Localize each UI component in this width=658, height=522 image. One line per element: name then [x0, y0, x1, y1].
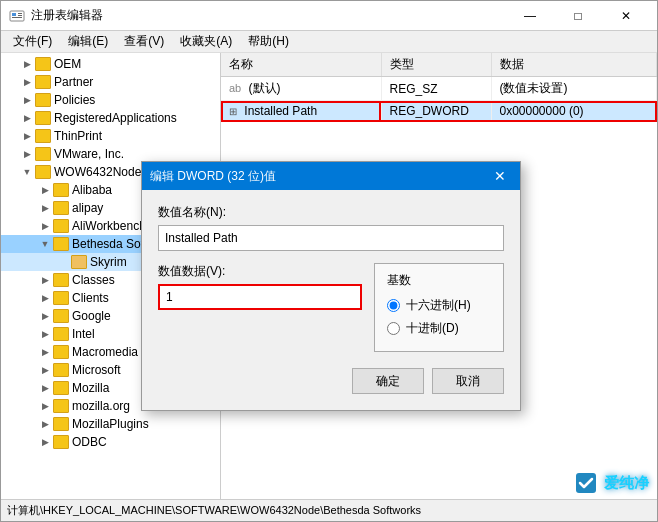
tree-label: WOW6432Node	[54, 165, 141, 179]
reg-name-cell: ⊞ Installed Path	[221, 101, 381, 122]
folder-icon	[35, 75, 51, 89]
folder-icon	[35, 129, 51, 143]
arrow-icon: ▶	[37, 347, 53, 357]
reg-data-cell: (数值未设置)	[491, 77, 657, 101]
menu-bar: 文件(F) 编辑(E) 查看(V) 收藏夹(A) 帮助(H)	[1, 31, 657, 53]
dec-radio-row[interactable]: 十进制(D)	[387, 320, 491, 337]
tree-item-thinprint[interactable]: ▶ ThinPrint	[1, 127, 220, 145]
name-field-label: 数值名称(N):	[158, 204, 504, 221]
table-row[interactable]: ab (默认) REG_SZ (数值未设置)	[221, 77, 657, 101]
menu-edit[interactable]: 编辑(E)	[60, 31, 116, 52]
svg-rect-1	[12, 13, 16, 16]
watermark-text: 爱纯净	[604, 474, 649, 493]
tree-item-regapps[interactable]: ▶ RegisteredApplications	[1, 109, 220, 127]
tree-item-oem[interactable]: ▶ OEM	[1, 55, 220, 73]
tree-label: Alibaba	[72, 183, 112, 197]
arrow-icon: ▶	[19, 113, 35, 123]
watermark: 爱纯净	[572, 469, 649, 497]
folder-icon	[53, 381, 69, 395]
folder-open-icon	[53, 237, 69, 251]
hex-radio[interactable]	[387, 299, 400, 312]
registry-table: 名称 类型 数据 ab (默认) REG_SZ (数值未设置)	[221, 53, 657, 122]
folder-icon	[53, 273, 69, 287]
tree-label: ODBC	[72, 435, 107, 449]
ab-icon: ab	[229, 82, 241, 94]
tree-item-mozillaplugins[interactable]: ▶ MozillaPlugins	[1, 415, 220, 433]
tree-item-policies[interactable]: ▶ Policies	[1, 91, 220, 109]
reg-data-cell: 0x00000000 (0)	[491, 101, 657, 122]
menu-view[interactable]: 查看(V)	[116, 31, 172, 52]
cancel-button[interactable]: 取消	[432, 368, 504, 394]
value-data-input[interactable]	[158, 284, 362, 310]
minimize-button[interactable]: —	[507, 1, 553, 31]
tree-label: Microsoft	[72, 363, 121, 377]
tree-item-odbc[interactable]: ▶ ODBC	[1, 433, 220, 451]
value-data-section: 数值数据(V):	[158, 263, 362, 310]
tree-label: VMware, Inc.	[54, 147, 124, 161]
arrow-icon: ▶	[37, 203, 53, 213]
status-bar: 计算机\HKEY_LOCAL_MACHINE\SOFTWARE\WOW6432N…	[1, 499, 657, 521]
dialog-close-button[interactable]: ✕	[488, 165, 512, 187]
reg-name-cell: ab (默认)	[221, 77, 381, 101]
tree-label: Intel	[72, 327, 95, 341]
menu-file[interactable]: 文件(F)	[5, 31, 60, 52]
folder-icon	[53, 363, 69, 377]
arrow-icon: ▶	[37, 383, 53, 393]
dialog-body: 数值名称(N): 数值数据(V): 基数 十六进制(H)	[142, 190, 520, 410]
close-button[interactable]: ✕	[603, 1, 649, 31]
arrow-icon: ▶	[37, 185, 53, 195]
dialog-title-text: 编辑 DWORD (32 位)值	[150, 168, 276, 185]
table-row[interactable]: ⊞ Installed Path REG_DWORD 0x00000000 (0…	[221, 101, 657, 122]
col-name-header: 名称	[221, 53, 381, 77]
dec-radio[interactable]	[387, 322, 400, 335]
tree-label: Mozilla	[72, 381, 109, 395]
base-section: 基数 十六进制(H) 十进制(D)	[374, 263, 504, 352]
tree-label: RegisteredApplications	[54, 111, 177, 125]
watermark-logo	[572, 469, 600, 497]
svg-rect-3	[18, 15, 22, 16]
tree-item-partner[interactable]: ▶ Partner	[1, 73, 220, 91]
data-field-label: 数值数据(V):	[158, 263, 362, 280]
window-controls: — □ ✕	[507, 1, 649, 31]
name-input[interactable]	[158, 225, 504, 251]
window-title: 注册表编辑器	[31, 7, 103, 24]
folder-icon	[35, 57, 51, 71]
tree-label: Policies	[54, 93, 95, 107]
ok-button[interactable]: 确定	[352, 368, 424, 394]
reg-type-cell: REG_DWORD	[381, 101, 491, 122]
col-data-header: 数据	[491, 53, 657, 77]
hex-radio-row[interactable]: 十六进制(H)	[387, 297, 491, 314]
arrow-icon: ▶	[37, 437, 53, 447]
tree-label: Google	[72, 309, 111, 323]
tree-label: alipay	[72, 201, 103, 215]
tree-label: Clients	[72, 291, 109, 305]
tree-label: MozillaPlugins	[72, 417, 149, 431]
arrow-icon: ▶	[37, 293, 53, 303]
maximize-button[interactable]: □	[555, 1, 601, 31]
data-row: 数值数据(V): 基数 十六进制(H) 十进制(D)	[158, 263, 504, 352]
folder-icon	[53, 417, 69, 431]
grid-icon: ⊞	[229, 106, 237, 117]
folder-icon	[53, 201, 69, 215]
reg-type-cell: REG_SZ	[381, 77, 491, 101]
folder-icon	[53, 219, 69, 233]
edit-dword-dialog: 编辑 DWORD (32 位)值 ✕ 数值名称(N): 数值数据(V): 基数	[141, 161, 521, 411]
arrow-icon: ▶	[37, 365, 53, 375]
folder-icon	[53, 399, 69, 413]
menu-favorites[interactable]: 收藏夹(A)	[172, 31, 240, 52]
tree-label: OEM	[54, 57, 81, 71]
folder-icon	[35, 147, 51, 161]
status-text: 计算机\HKEY_LOCAL_MACHINE\SOFTWARE\WOW6432N…	[7, 503, 421, 518]
arrow-icon: ▶	[37, 329, 53, 339]
arrow-icon: ▶	[37, 401, 53, 411]
arrow-icon: ▶	[19, 59, 35, 69]
reg-name-value: (默认)	[249, 81, 281, 95]
folder-icon	[53, 435, 69, 449]
tree-label: mozilla.org	[72, 399, 130, 413]
tree-label: Macromedia	[72, 345, 138, 359]
menu-help[interactable]: 帮助(H)	[240, 31, 297, 52]
arrow-icon: ▶	[19, 77, 35, 87]
tree-label: Classes	[72, 273, 115, 287]
col-type-header: 类型	[381, 53, 491, 77]
dialog-title-bar: 编辑 DWORD (32 位)值 ✕	[142, 162, 520, 190]
